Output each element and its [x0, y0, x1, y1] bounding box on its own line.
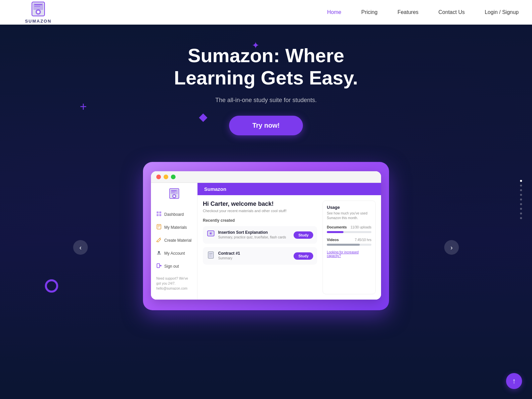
hero-content: Sumazon: Where Learning Gets Easy. The a…	[143, 25, 389, 149]
svg-rect-18	[158, 226, 160, 227]
material-card-2-desc: Summary	[218, 256, 290, 260]
nav-links: Home Pricing Features Contact Us Login /…	[327, 9, 519, 15]
svg-rect-11	[171, 192, 175, 193]
create-icon	[156, 237, 162, 243]
usage-documents-bar-fill	[327, 231, 343, 233]
svg-rect-19	[158, 227, 159, 228]
window-minimize-dot	[164, 175, 168, 179]
logo[interactable]: SUMAZON	[13, 1, 63, 24]
nav-login[interactable]: Login / Signup	[485, 9, 519, 15]
usage-item-videos: Videos 7.45/10 hrs	[327, 238, 371, 246]
svg-rect-4	[34, 4, 42, 5]
usage-title: Usage	[327, 205, 371, 210]
hero-title: Sumazon: Where Learning Gets Easy.	[150, 45, 382, 89]
svg-point-21	[160, 237, 161, 239]
sidebar-signout-label: Sign out	[164, 264, 179, 269]
scroll-dots	[520, 180, 522, 219]
usage-videos-bar-bg	[327, 244, 371, 246]
app-left-panel: Hi Carter, welcome back! Checkout your r…	[203, 200, 317, 294]
sidebar-create-label: Create Material	[164, 238, 192, 243]
app-header-bar: Sumazon	[198, 183, 381, 195]
material-card-2-study-btn[interactable]: Study	[294, 252, 313, 260]
svg-line-20	[157, 241, 157, 242]
material-icon-2	[207, 251, 215, 261]
sidebar-item-dashboard[interactable]: Dashboard	[151, 208, 197, 221]
hero-section: + ✦ Sumazon: Where Learning Gets Easy. T…	[0, 0, 532, 399]
material-card-1-desc: Summary, practice quiz, true/false, flas…	[218, 235, 290, 239]
material-card-1: Insertion Sort Explanation Summary, prac…	[203, 226, 317, 244]
material-icon-1	[207, 230, 215, 240]
scroll-dot-8	[520, 212, 522, 214]
material-card-2: Contract #1 Summary Study	[203, 247, 317, 265]
usage-videos-bar-fill	[327, 244, 360, 246]
usage-videos-count: 7.45/10 hrs	[355, 238, 371, 242]
svg-rect-5	[34, 6, 40, 7]
app-sidebar: Dashboard My Materials Cre	[151, 183, 198, 300]
scroll-dot-2	[520, 185, 522, 187]
scroll-dot-7	[520, 208, 522, 210]
deco-plus-icon: +	[80, 100, 87, 114]
window-titlebar	[151, 171, 381, 183]
sidebar-support: Need support? We've got you 24/7. hello@…	[151, 273, 197, 294]
svg-rect-30	[209, 256, 212, 257]
nav-features[interactable]: Features	[397, 9, 418, 15]
sidebar-item-create[interactable]: Create Material	[151, 234, 197, 247]
usage-videos-label: Videos	[327, 238, 339, 242]
usage-panel: Usage See how much you've used Sumazon t…	[323, 200, 376, 294]
svg-rect-17	[158, 225, 160, 226]
nav-pricing[interactable]: Pricing	[361, 9, 378, 15]
hero-subtitle: The all-in-one study suite for students.	[215, 97, 317, 104]
material-card-1-title: Insertion Sort Explanation	[218, 230, 290, 235]
material-card-1-body: Insertion Sort Explanation Summary, prac…	[218, 230, 290, 239]
app-window-background: Dashboard My Materials Cre	[143, 162, 389, 310]
usage-item-documents: Documents 11/30 uploads	[327, 225, 371, 233]
svg-rect-13	[159, 211, 161, 213]
materials-icon	[156, 224, 162, 230]
carousel-prev-button[interactable]: ‹	[73, 240, 88, 255]
scroll-up-button[interactable]: ↑	[506, 373, 522, 389]
app-content: Hi Carter, welcome back! Checkout your r…	[198, 195, 381, 300]
material-card-1-study-btn[interactable]: Study	[294, 231, 313, 239]
app-main: Sumazon Hi Carter, welcome back! Checkou…	[198, 183, 381, 300]
signout-icon	[156, 263, 162, 269]
scroll-dot-1	[520, 180, 522, 182]
usage-documents-label: Documents	[327, 225, 347, 229]
sidebar-account-label: My Account	[164, 251, 185, 256]
scroll-dot-9	[520, 217, 522, 219]
logo-icon	[30, 1, 47, 18]
app-window-wrapper: Dashboard My Materials Cre	[143, 162, 389, 310]
scroll-dot-5	[520, 199, 522, 200]
svg-rect-10	[171, 191, 177, 191]
sidebar-item-materials[interactable]: My Materials	[151, 221, 197, 234]
dashboard-icon	[156, 211, 162, 217]
svg-rect-28	[209, 253, 212, 254]
svg-rect-29	[209, 255, 211, 255]
material-card-2-title: Contract #1	[218, 251, 290, 256]
window-maximize-dot	[171, 175, 176, 179]
svg-rect-23	[157, 264, 160, 268]
app-sidebar-logo	[151, 188, 197, 202]
carousel-next-button[interactable]: ›	[444, 240, 459, 255]
sidebar-item-signout[interactable]: Sign out	[151, 260, 197, 273]
window-close-dot	[156, 175, 161, 179]
scroll-dot-4	[520, 194, 522, 196]
svg-rect-12	[157, 211, 159, 213]
scroll-dot-6	[520, 203, 522, 205]
usage-documents-bar-bg	[327, 231, 371, 233]
svg-point-3	[37, 11, 40, 13]
usage-desc: See how much you've used Sumazon this mo…	[327, 211, 371, 220]
nav-contact[interactable]: Contact Us	[439, 9, 465, 15]
material-card-2-body: Contract #1 Summary	[218, 251, 290, 260]
recently-created-label: Recently created	[203, 218, 317, 223]
usage-upgrade-link[interactable]: Looking for increased capacity?	[327, 250, 371, 258]
app-greeting-sub: Checkout your recent materials and other…	[203, 209, 317, 213]
svg-rect-15	[159, 214, 161, 216]
try-now-button[interactable]: Try now!	[229, 116, 303, 135]
sidebar-materials-label: My Materials	[164, 225, 187, 230]
support-text: Need support? We've got you 24/7.	[156, 277, 188, 285]
sidebar-item-account[interactable]: My Account	[151, 247, 197, 260]
nav-home[interactable]: Home	[327, 9, 341, 15]
usage-documents-count: 11/30 uploads	[350, 225, 371, 229]
window-body: Dashboard My Materials Cre	[151, 183, 381, 300]
logo-text: SUMAZON	[25, 19, 52, 24]
